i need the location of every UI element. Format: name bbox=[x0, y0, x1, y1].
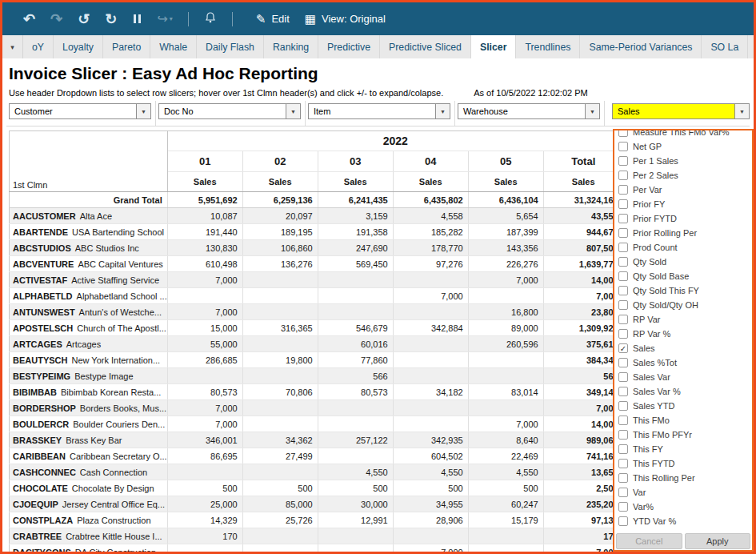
measure-item-sales-tot[interactable]: Sales %Tot bbox=[614, 355, 752, 370]
tab-slicer[interactable]: Slicer bbox=[471, 35, 517, 58]
row-label[interactable]: ABCSTUDIOSABC Studios Inc bbox=[10, 240, 168, 256]
measure-item-this-fmo-pfyr[interactable]: This FMo PFYr bbox=[614, 428, 752, 442]
measure-item-this-fmo[interactable]: This FMo bbox=[614, 413, 752, 428]
row-label[interactable]: BOULDERCRBoulder Couriers Den... bbox=[10, 416, 168, 432]
checkbox-icon[interactable] bbox=[618, 130, 628, 137]
chevron-down-icon[interactable]: ▼ bbox=[734, 104, 749, 118]
checkbox-icon[interactable] bbox=[618, 199, 628, 209]
checkbox-icon[interactable] bbox=[618, 401, 628, 411]
measure-item-sales-var[interactable]: Sales Var % bbox=[614, 384, 752, 399]
row-label[interactable]: ABCVENTUREABC Capital Ventures bbox=[10, 256, 168, 272]
tab-whale[interactable]: Whale bbox=[150, 35, 197, 58]
measure-item-per-2-sales[interactable]: Per 2 Sales bbox=[614, 168, 752, 183]
checkbox-icon[interactable] bbox=[618, 142, 628, 151]
measure-item-this-rolling-per[interactable]: This Rolling Per bbox=[614, 471, 752, 485]
alerts-icon[interactable] bbox=[204, 11, 217, 26]
measure-item-measure-this-fmo-var[interactable]: Measure This FMo Var% bbox=[614, 130, 752, 139]
row-label[interactable]: BESTYPEIMGBestype Image bbox=[10, 368, 168, 384]
slicer-dropdown-doc-no[interactable]: Doc No▼ bbox=[158, 103, 301, 119]
column-header-02[interactable]: 02 bbox=[242, 151, 318, 172]
row-label[interactable]: CARIBBEANCaribbean Secretary O... bbox=[10, 448, 168, 464]
row-label[interactable]: CONSTPLAZAPlaza Construction bbox=[10, 512, 168, 528]
row-label[interactable]: CRABTREECrabtree Kittle House I... bbox=[10, 528, 168, 544]
row-label[interactable]: CHOCOLATEChocolate By Design bbox=[10, 480, 168, 496]
checkbox-icon[interactable] bbox=[618, 488, 628, 497]
checkbox-icon[interactable] bbox=[618, 516, 628, 526]
checkbox-icon[interactable] bbox=[618, 214, 628, 223]
row-label[interactable]: BEAUTYSCHNew York Internation... bbox=[10, 352, 168, 368]
slicer-dropdown-item[interactable]: Item▼ bbox=[308, 103, 450, 119]
row-label[interactable]: APOSTELSCHChurch of The Apostl... bbox=[10, 320, 168, 336]
checkbox-icon[interactable] bbox=[618, 329, 628, 339]
measure-item-this-fy[interactable]: This FY bbox=[614, 442, 752, 456]
row-label[interactable]: BIBIMBABBibimbab Korean Resta... bbox=[10, 384, 168, 400]
checkbox-icon[interactable] bbox=[618, 228, 628, 238]
measure-item-prior-rolling-per[interactable]: Prior Rolling Per bbox=[614, 226, 752, 240]
pause-icon[interactable] bbox=[132, 14, 142, 23]
row-label[interactable]: AACUSTOMERAlta Ace bbox=[10, 208, 168, 224]
row-label[interactable]: DACITYCONSDA City Construction ... bbox=[10, 544, 168, 554]
checkbox-icon[interactable] bbox=[618, 372, 628, 382]
slicer-dropdown-warehouse[interactable]: Warehouse▼ bbox=[458, 103, 600, 119]
column-header-04[interactable]: 04 bbox=[393, 151, 468, 172]
redo-icon[interactable]: ↷ bbox=[50, 12, 62, 26]
measure-item-per-1-sales[interactable]: Per 1 Sales bbox=[614, 154, 752, 168]
checkbox-icon[interactable] bbox=[618, 271, 628, 281]
measure-item-net-gp[interactable]: Net GP bbox=[614, 139, 752, 154]
tab-daily-flash[interactable]: Daily Flash bbox=[197, 35, 264, 58]
tabs-menu-caret[interactable]: ▾ bbox=[2, 35, 23, 58]
measure-item-prior-fy[interactable]: Prior FY bbox=[614, 197, 752, 211]
apply-button[interactable]: Apply bbox=[685, 533, 751, 549]
measure-item-sales-var[interactable]: Sales Var bbox=[614, 370, 752, 384]
row-label[interactable]: BORDERSHOPBorders Books, Mus... bbox=[10, 400, 168, 416]
row-label[interactable]: BRASSKEYBrass Key Bar bbox=[10, 432, 168, 448]
measure-item-sales-ytd[interactable]: Sales YTD bbox=[614, 399, 752, 413]
tab-same-period-variances[interactable]: Same-Period Variances bbox=[580, 35, 702, 58]
tab-oy[interactable]: oY bbox=[23, 35, 54, 58]
undo-icon[interactable]: ↶ bbox=[23, 12, 35, 26]
revert-icon[interactable]: ↺ bbox=[78, 12, 90, 26]
checkbox-icon[interactable] bbox=[618, 416, 628, 425]
checkbox-icon[interactable] bbox=[618, 257, 628, 267]
column-header-03[interactable]: 03 bbox=[318, 151, 393, 172]
checkbox-icon[interactable] bbox=[618, 473, 628, 483]
tab-so-la[interactable]: SO La bbox=[702, 35, 748, 58]
measure-item-qty-sold[interactable]: Qty Sold bbox=[614, 255, 752, 269]
measure-dropdown[interactable]: Sales▼ bbox=[612, 103, 750, 119]
share-icon[interactable]: ↪▾ bbox=[157, 11, 172, 26]
tab-pareto[interactable]: Pareto bbox=[103, 35, 150, 58]
checkbox-icon[interactable] bbox=[618, 444, 628, 454]
checkbox-icon[interactable] bbox=[618, 358, 628, 367]
measure-item-var[interactable]: Var% bbox=[614, 500, 752, 514]
first-column-header[interactable]: 1st Clmn bbox=[10, 131, 168, 192]
tab-predictive[interactable]: Predictive bbox=[318, 35, 380, 58]
checkbox-icon[interactable] bbox=[618, 300, 628, 310]
column-header-05[interactable]: 05 bbox=[468, 151, 543, 172]
tab-ranking[interactable]: Ranking bbox=[264, 35, 318, 58]
cancel-button[interactable]: Cancel bbox=[616, 533, 682, 549]
checkbox-icon[interactable] bbox=[618, 459, 628, 468]
measure-item-var[interactable]: Var bbox=[614, 485, 752, 500]
row-label[interactable]: ANTUNSWESTAntun's of Westche... bbox=[10, 304, 168, 320]
checkbox-icon[interactable] bbox=[618, 430, 628, 440]
measure-item-qty-sold-base[interactable]: Qty Sold Base bbox=[614, 269, 752, 283]
measure-item-prod-count[interactable]: Prod Count bbox=[614, 240, 752, 255]
measure-item-rp-var[interactable]: RP Var bbox=[614, 312, 752, 327]
checkbox-icon[interactable] bbox=[618, 315, 628, 324]
checkbox-icon[interactable] bbox=[618, 286, 628, 295]
row-label[interactable]: CJOEQUIPJersey Central Office Eq... bbox=[10, 496, 168, 512]
tab-trendlines[interactable]: Trendlines bbox=[516, 35, 580, 58]
row-label[interactable]: ALPHABETLDAlphabetland School ... bbox=[10, 288, 168, 304]
measure-item-sales[interactable]: Sales bbox=[614, 341, 752, 355]
column-header-total[interactable]: Total bbox=[543, 151, 623, 172]
column-header-01[interactable]: 01 bbox=[167, 151, 242, 172]
checkbox-icon[interactable] bbox=[618, 243, 628, 252]
checkbox-icon[interactable] bbox=[618, 185, 628, 195]
chevron-down-icon[interactable]: ▼ bbox=[136, 104, 150, 118]
checkbox-icon[interactable] bbox=[618, 387, 628, 396]
view-original-button[interactable]: ▦ View: Original bbox=[305, 12, 386, 26]
measure-item-prior-fytd[interactable]: Prior FYTD bbox=[614, 211, 752, 226]
tab-loyalty[interactable]: Loyalty bbox=[54, 35, 103, 58]
measure-item-ytd-var[interactable]: YTD Var % bbox=[614, 514, 752, 528]
refresh-icon[interactable]: ↻ bbox=[105, 12, 117, 26]
